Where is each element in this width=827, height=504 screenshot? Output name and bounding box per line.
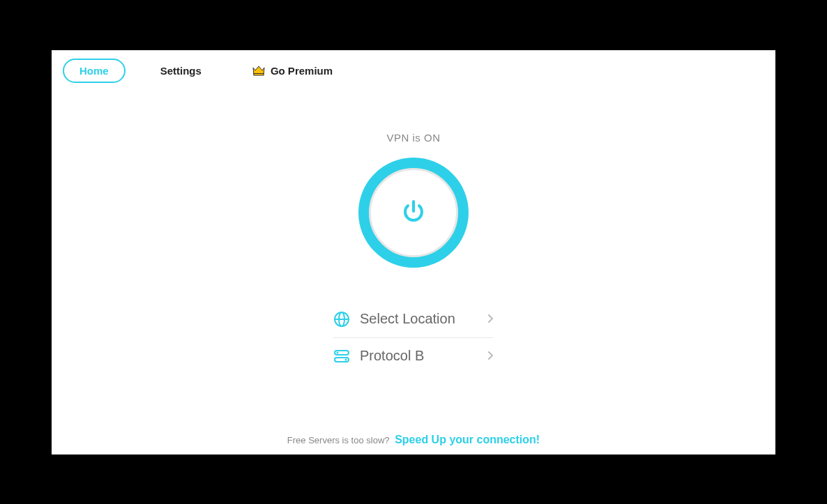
main-content: VPN is ON [52,91,775,374]
speed-up-link[interactable]: Speed Up your connection! [395,434,540,445]
nav-bar: Home Settings Go Premium [52,50,775,91]
select-location-row[interactable]: Select Location [333,301,494,338]
globe-icon [333,311,350,328]
tab-home[interactable]: Home [63,59,126,83]
vpn-status-label: VPN is ON [386,132,440,144]
crown-icon [252,64,266,77]
chevron-right-icon [488,313,494,325]
protocol-row[interactable]: Protocol B [333,338,494,374]
power-icon [401,199,426,227]
svg-rect-0 [254,74,264,76]
svg-point-7 [345,358,347,360]
options-list: Select Location Protocol B [333,301,494,374]
footer-bar: Free Servers is too slow? Speed Up your … [52,434,775,446]
vpn-toggle-button[interactable] [358,158,469,268]
select-location-label: Select Location [360,311,478,327]
vpn-app-window: Home Settings Go Premium VPN is ON [52,50,775,455]
protocol-label: Protocol B [360,348,478,364]
tab-settings[interactable]: Settings [145,60,217,82]
tab-go-premium[interactable]: Go Premium [236,59,348,82]
power-button-inner [369,168,458,257]
chevron-right-icon [488,350,494,362]
svg-point-5 [337,351,339,353]
tab-go-premium-label: Go Premium [271,65,333,77]
footer-prompt-text: Free Servers is too slow? [287,435,390,445]
protocol-icon [333,348,350,365]
